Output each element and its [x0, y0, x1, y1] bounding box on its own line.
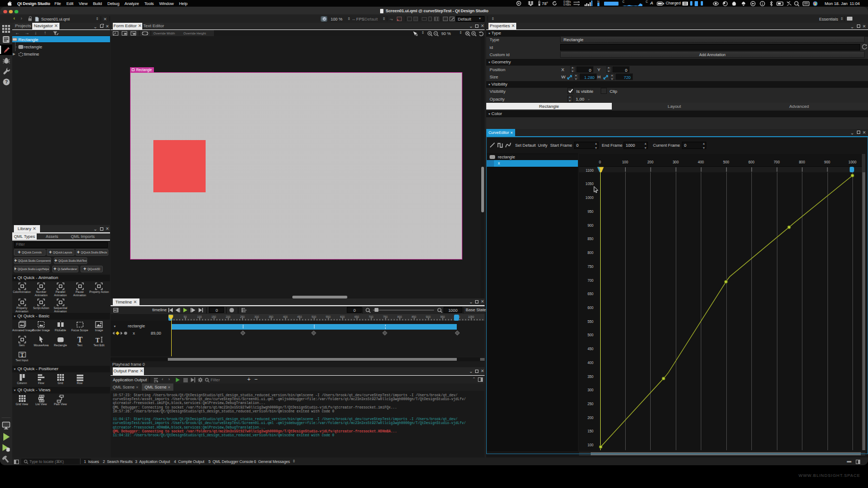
svg-text:?: ? — [4, 79, 7, 84]
